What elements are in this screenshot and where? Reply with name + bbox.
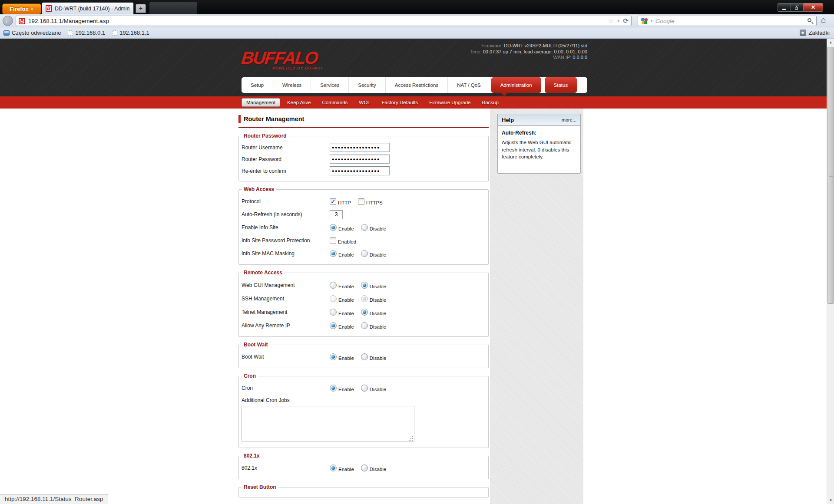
bookmark-item[interactable]: 192.168.1.1 bbox=[109, 30, 153, 36]
browser-tab[interactable]: B DD-WRT (build 17140) - Admin... bbox=[42, 2, 134, 14]
radio-selected[interactable] bbox=[330, 322, 337, 329]
subnav-firmware-upgrade[interactable]: Firmware Upgrade bbox=[425, 99, 475, 106]
bookmarks-panel-button[interactable]: ★ Zakładki bbox=[800, 30, 834, 36]
radio-selected[interactable] bbox=[330, 353, 337, 360]
form-row: Telnet ManagementEnableDisable bbox=[242, 305, 485, 319]
page-viewport: BUFFALO POWERED BY DD-WRT Firmware: DD-W… bbox=[0, 39, 827, 504]
search-icon[interactable] bbox=[808, 18, 813, 24]
password-input[interactable]: ●●●●●●●●●●●●●●●● bbox=[330, 166, 390, 175]
section-cron: CronCronEnableDisableAdditional Cron Job… bbox=[238, 373, 489, 448]
tab-administration[interactable]: Administration bbox=[491, 77, 541, 93]
tab-access-restrictions[interactable]: Access Restrictions bbox=[386, 77, 448, 93]
firmware-info-label: Firmware: bbox=[481, 43, 504, 48]
tab-nat-qos[interactable]: NAT / QoS bbox=[448, 77, 490, 93]
chevron-down-icon: ▼ bbox=[30, 7, 34, 11]
subnav-wol[interactable]: WOL bbox=[354, 99, 374, 106]
field-control: 3 bbox=[330, 210, 343, 219]
radio[interactable] bbox=[361, 353, 368, 360]
subnav-backup[interactable]: Backup bbox=[477, 99, 503, 106]
bookmark-frequent[interactable]: Często odwiedzane bbox=[0, 27, 64, 38]
radio-option: Disable bbox=[361, 464, 386, 471]
checkbox[interactable] bbox=[358, 198, 364, 205]
search-input[interactable]: Google bbox=[655, 18, 805, 24]
password-input[interactable]: ●●●●●●●●●●●●●●●● bbox=[330, 155, 390, 164]
restore-button[interactable] bbox=[791, 3, 803, 12]
field-label: Web GUI Management bbox=[242, 282, 330, 288]
radio-option: Enable bbox=[330, 385, 354, 392]
checkbox-checked[interactable] bbox=[330, 198, 336, 205]
radio[interactable] bbox=[361, 464, 368, 471]
close-button[interactable]: ✕ bbox=[803, 3, 823, 12]
radio-selected[interactable] bbox=[330, 250, 337, 257]
tab-setup[interactable]: Setup bbox=[242, 77, 273, 93]
radio[interactable] bbox=[361, 322, 368, 329]
scroll-down-icon[interactable]: ▼ bbox=[827, 497, 834, 504]
screen: Firefox▼ B DD-WRT (build 17140) - Admin.… bbox=[0, 0, 834, 504]
firefox-menu-button[interactable]: Firefox▼ bbox=[2, 3, 41, 14]
field-control: EnableDisable bbox=[330, 385, 393, 392]
firmware-info-label: WAN IP: bbox=[553, 55, 573, 60]
radio-selected[interactable] bbox=[330, 385, 337, 392]
radio-selected[interactable] bbox=[361, 309, 368, 316]
tab-security[interactable]: Security bbox=[349, 77, 386, 93]
option-label: Enable bbox=[338, 252, 354, 257]
bookmark-item[interactable]: 192.168.0.1 bbox=[64, 30, 109, 36]
help-more-link[interactable]: more... bbox=[562, 117, 576, 122]
help-box: Help more... Auto-Refresh: Adjusts the W… bbox=[497, 114, 581, 174]
form-row: Router Password●●●●●●●●●●●●●●●● bbox=[242, 153, 485, 165]
home-button[interactable]: ⌂ bbox=[821, 15, 826, 25]
reload-icon[interactable]: ⟳ bbox=[623, 17, 629, 25]
url-dropdown-icon[interactable]: ▼ bbox=[617, 19, 620, 23]
radio[interactable] bbox=[361, 250, 368, 257]
subnav-factory-defaults[interactable]: Factory Defaults bbox=[377, 99, 423, 106]
password-input[interactable]: ●●●●●●●●●●●●●●●● bbox=[330, 143, 390, 152]
tab-wireless[interactable]: Wireless bbox=[273, 77, 311, 93]
checkbox[interactable] bbox=[330, 237, 336, 244]
help-text: Adjusts the Web GUI automatic refresh in… bbox=[502, 139, 576, 167]
radio-selected[interactable] bbox=[361, 282, 368, 289]
radio-selected[interactable] bbox=[330, 464, 337, 471]
tab-services[interactable]: Services bbox=[311, 77, 349, 93]
url-bar[interactable]: B 192.168.11.1/Management.asp ☆ ▼ ⟳ bbox=[16, 16, 632, 26]
radio[interactable] bbox=[361, 385, 368, 392]
text-input[interactable]: 3 bbox=[330, 210, 343, 219]
subnav-management[interactable]: Management bbox=[242, 98, 280, 107]
titlebar-glare bbox=[149, 2, 197, 14]
radio bbox=[330, 295, 337, 302]
page-title: Router Management bbox=[244, 115, 304, 122]
scrollbar-thumb[interactable] bbox=[827, 47, 834, 304]
sub-nav-bar: ManagementKeep AliveCommandsWOLFactory D… bbox=[0, 96, 827, 109]
radio[interactable] bbox=[330, 309, 337, 316]
search-box[interactable]: ▼ Google bbox=[638, 16, 817, 26]
scroll-up-icon[interactable]: ▲ bbox=[827, 39, 834, 46]
cron-jobs-textarea[interactable] bbox=[242, 406, 414, 441]
active-tab-pointer-icon bbox=[501, 92, 508, 96]
subnav-commands[interactable]: Commands bbox=[318, 99, 352, 106]
option-label: Disable bbox=[370, 324, 386, 329]
bookmark-favicon-icon bbox=[68, 30, 73, 36]
page-content: Help more... Auto-Refresh: Adjusts the W… bbox=[0, 109, 827, 504]
form-row: Web GUI ManagementEnableDisable bbox=[242, 278, 485, 292]
bookmark-star-icon[interactable]: ☆ bbox=[608, 17, 614, 24]
minimize-button[interactable] bbox=[778, 3, 791, 12]
tab-status[interactable]: Status bbox=[545, 77, 577, 93]
section-legend: Remote Access bbox=[242, 270, 284, 276]
vertical-scrollbar[interactable]: ▲ ▼ bbox=[827, 39, 834, 504]
title-rule bbox=[238, 127, 489, 128]
radio-option: Enable bbox=[330, 322, 354, 329]
section-boot-wait: Boot WaitBoot WaitEnableDisable bbox=[238, 342, 489, 368]
field-label: Allow Any Remote IP bbox=[242, 323, 330, 329]
radio[interactable] bbox=[330, 282, 337, 289]
google-engine-icon[interactable] bbox=[641, 18, 648, 24]
radio[interactable] bbox=[361, 224, 368, 231]
url-text[interactable]: 192.168.11.1/Management.asp bbox=[28, 18, 605, 24]
new-tab-button[interactable]: + bbox=[136, 4, 146, 13]
back-button[interactable]: ← bbox=[3, 16, 13, 26]
radio-option: Enable bbox=[330, 295, 354, 302]
radio-selected[interactable] bbox=[330, 224, 337, 231]
section-legend: Cron bbox=[242, 373, 258, 379]
subnav-keep-alive[interactable]: Keep Alive bbox=[283, 99, 315, 106]
search-engine-dropdown-icon[interactable]: ▼ bbox=[650, 19, 653, 23]
bookmark-label: 192.168.1.1 bbox=[119, 30, 149, 36]
option-label: Disable bbox=[370, 356, 386, 361]
